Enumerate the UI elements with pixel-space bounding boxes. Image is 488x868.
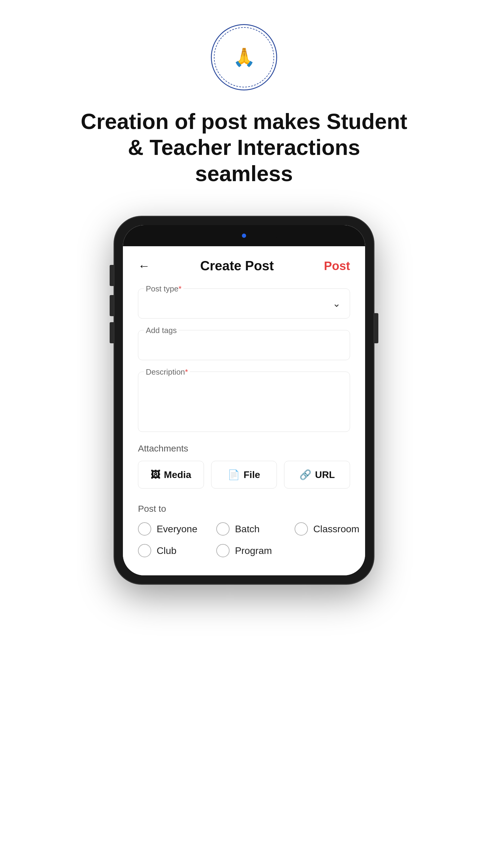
description-label: Description* bbox=[144, 367, 190, 377]
back-arrow-icon: ← bbox=[138, 259, 150, 273]
radio-circle-club bbox=[138, 544, 151, 557]
org-logo: 🙏 bbox=[211, 24, 277, 90]
post-to-label: Post to bbox=[138, 504, 350, 514]
chevron-down-icon: ⌄ bbox=[332, 298, 341, 309]
add-tags-field: Add tags bbox=[138, 330, 350, 360]
post-to-section: Post to Everyone Batch bbox=[138, 504, 350, 557]
radio-circle-batch bbox=[216, 522, 230, 535]
headline: Creation of post makes Student & Teacher… bbox=[78, 108, 410, 187]
file-icon: 📄 bbox=[228, 469, 240, 480]
radio-circle-classroom bbox=[295, 522, 308, 535]
notch-bar bbox=[123, 225, 365, 246]
radio-program[interactable]: Program bbox=[216, 544, 276, 557]
radio-everyone[interactable]: Everyone bbox=[138, 522, 198, 535]
add-tags-label: Add tags bbox=[144, 326, 178, 335]
page-title: Create Post bbox=[200, 258, 274, 273]
attachments-section: Attachments 🖼 Media 📄 File 🔗 URL bbox=[138, 443, 350, 489]
radio-label-club: Club bbox=[157, 545, 176, 556]
media-button[interactable]: 🖼 Media bbox=[138, 461, 204, 489]
radio-batch[interactable]: Batch bbox=[216, 522, 276, 535]
phone-screen: ← Create Post Post Post type* ⌄ Add tags bbox=[123, 225, 365, 575]
radio-label-batch: Batch bbox=[235, 524, 260, 535]
file-button[interactable]: 📄 File bbox=[211, 461, 277, 489]
radio-row-1: Everyone Batch Classroom bbox=[138, 522, 350, 535]
post-button[interactable]: Post bbox=[324, 259, 350, 273]
radio-club[interactable]: Club bbox=[138, 544, 198, 557]
attachments-label: Attachments bbox=[138, 443, 350, 454]
logo-ring: 🙏 bbox=[214, 27, 274, 87]
app-content: ← Create Post Post Post type* ⌄ Add tags bbox=[123, 246, 365, 575]
radio-classroom[interactable]: Classroom bbox=[295, 522, 355, 535]
radio-circle-everyone bbox=[138, 522, 151, 535]
radio-label-everyone: Everyone bbox=[157, 524, 197, 535]
radio-label-classroom: Classroom bbox=[313, 524, 359, 535]
back-button[interactable]: ← bbox=[138, 259, 150, 273]
radio-row-2: Club Program bbox=[138, 544, 350, 557]
radio-label-program: Program bbox=[235, 545, 272, 556]
media-label: Media bbox=[164, 469, 191, 480]
url-icon: 🔗 bbox=[299, 469, 312, 480]
phone-mockup: ← Create Post Post Post type* ⌄ Add tags bbox=[115, 217, 373, 584]
radio-circle-program bbox=[216, 544, 230, 557]
url-button[interactable]: 🔗 URL bbox=[284, 461, 350, 489]
media-icon: 🖼 bbox=[151, 469, 160, 480]
logo-figure: 🙏 bbox=[233, 48, 255, 66]
notch bbox=[211, 228, 277, 243]
file-label: File bbox=[243, 469, 260, 480]
post-type-label: Post type* bbox=[144, 284, 184, 293]
url-label: URL bbox=[315, 469, 335, 480]
app-header: ← Create Post Post bbox=[138, 258, 350, 273]
description-input[interactable] bbox=[138, 372, 350, 432]
camera-dot bbox=[242, 234, 246, 238]
description-field: Description* bbox=[138, 372, 350, 432]
post-type-field: Post type* ⌄ bbox=[138, 288, 350, 318]
radio-group: Everyone Batch Classroom bbox=[138, 522, 350, 557]
attachment-buttons: 🖼 Media 📄 File 🔗 URL bbox=[138, 461, 350, 489]
